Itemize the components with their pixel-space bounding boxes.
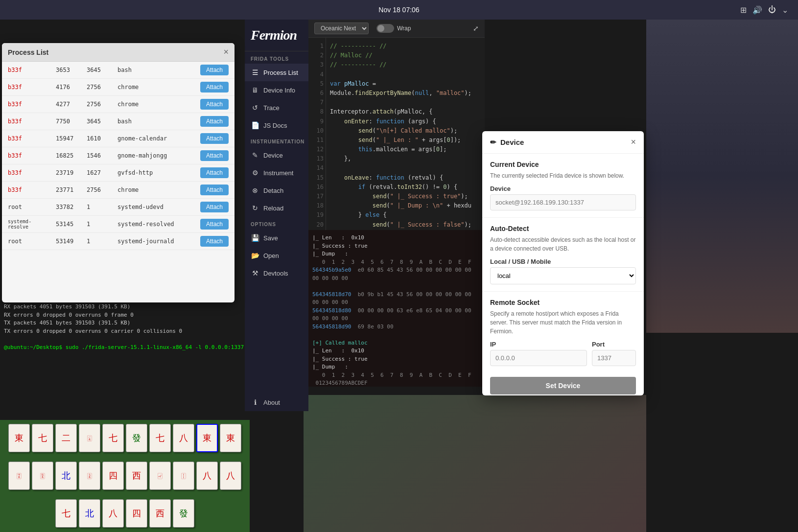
code-line: // Malloc // <box>330 51 481 60</box>
mahjong-tile[interactable]: 發 <box>126 424 147 452</box>
sidebar-item-device[interactable]: ✎ Device <box>245 146 308 164</box>
table-row: b33f 7750 3645 bash Attach <box>2 113 235 130</box>
user-cell: b33f <box>8 118 52 125</box>
mahjong-tile[interactable]: 🀐 <box>149 462 171 490</box>
sidebar-item-save[interactable]: 💾 Save <box>245 229 308 247</box>
ppid-cell: 1 <box>87 221 114 228</box>
panel-close-button[interactable]: × <box>631 137 636 147</box>
mahjong-tile[interactable]: 七 <box>32 424 53 452</box>
attach-button[interactable]: Attach <box>200 116 229 127</box>
sidebar-item-label: Device Info <box>263 87 295 94</box>
pid-cell: 23719 <box>56 169 83 176</box>
chevron-down-icon[interactable]: ⌄ <box>782 5 788 15</box>
port-input[interactable] <box>592 350 636 366</box>
mahjong-tile[interactable]: 四 <box>102 462 124 490</box>
instrumentation-section-label: INSTRUMENTATION <box>245 134 308 146</box>
wrap-toggle-knob[interactable] <box>376 24 394 33</box>
current-device-title: Current Device <box>490 161 636 168</box>
code-line: if (retval.toInt32() != 0) { <box>330 183 481 192</box>
local-usb-select[interactable]: local USB Remote <box>490 267 636 284</box>
attach-button[interactable]: Attach <box>200 150 229 161</box>
attach-button[interactable]: Attach <box>200 167 229 178</box>
code-area[interactable]: // ---------- // // Malloc // // -------… <box>326 38 485 231</box>
process-list-titlebar: Process List × <box>2 43 235 62</box>
sidebar-item-js-docs[interactable]: 📄 JS Docs <box>245 116 308 134</box>
mahjong-tile[interactable]: 北 <box>79 499 100 528</box>
output-area: |_ Len : 0x10 |_ Success : true |_ Dump … <box>308 230 485 387</box>
mahjong-tile[interactable]: 八 <box>220 462 241 490</box>
mahjong-tile[interactable]: 八 <box>173 424 194 452</box>
mahjong-tile[interactable]: 七 <box>149 424 171 452</box>
mahjong-tile[interactable]: 七 <box>55 499 77 528</box>
name-cell: bash <box>117 118 196 125</box>
sidebar-item-about[interactable]: ℹ About <box>245 393 308 411</box>
ppid-cell: 1610 <box>87 135 114 142</box>
attach-button[interactable]: Attach <box>200 65 229 75</box>
sidebar-item-trace[interactable]: ↺ Trace <box>245 99 308 116</box>
mahjong-tile[interactable]: 🀍 <box>79 462 100 490</box>
mahjong-tile[interactable]: 北 <box>55 462 77 490</box>
attach-button[interactable]: Attach <box>200 236 229 247</box>
expand-icon[interactable]: ⤢ <box>473 24 479 32</box>
font-selector[interactable]: Oceanic Next <box>314 23 369 34</box>
ppid-cell: 3645 <box>87 67 114 73</box>
fermion-logo-text: Fermion <box>251 27 303 43</box>
user-cell: b33f <box>8 84 52 91</box>
sidebar-item-devtools[interactable]: ⚒ Devtools <box>245 264 308 282</box>
mahjong-tile[interactable]: 二 <box>55 424 77 452</box>
mahjong-tile[interactable]: 🀋 <box>32 462 53 490</box>
attach-button[interactable]: Attach <box>200 202 229 212</box>
attach-button[interactable]: Attach <box>200 133 229 144</box>
output-line: |_ Dump : <box>312 250 481 258</box>
sidebar-item-process-list[interactable]: ☰ Process List <box>245 64 308 81</box>
mahjong-tile[interactable]: 🀑 <box>173 462 194 490</box>
wrap-toggle: Wrap <box>376 24 411 33</box>
sidebar-item-label: About <box>263 399 280 406</box>
auto-detect-desc: Auto-detect accessible devices such as t… <box>490 235 636 253</box>
auto-detect-title: Auto-Detect <box>490 225 636 232</box>
mahjong-tile[interactable]: 東 <box>196 424 218 452</box>
taskbar-icons: ⊞ 🔊 ⏻ ⌄ <box>740 5 788 15</box>
ip-input[interactable] <box>490 350 587 366</box>
sidebar-item-detach[interactable]: ⊗ Detach <box>245 182 308 199</box>
sidebar-item-device-info[interactable]: 🖥 Device Info <box>245 81 308 99</box>
local-usb-label: Local / USB / Mobile <box>490 258 636 265</box>
code-line: onEnter: function (args) { <box>330 117 481 126</box>
device-input[interactable] <box>490 194 636 210</box>
remote-socket-section: Remote Socket Specify a remote host/port… <box>482 292 644 395</box>
attach-button[interactable]: Attach <box>200 185 229 195</box>
right-background <box>646 20 798 333</box>
current-device-section: Current Device The currently selected Fr… <box>482 154 644 218</box>
set-device-button[interactable]: Set Device <box>490 377 636 394</box>
mahjong-tile[interactable]: 四 <box>126 499 147 528</box>
volume-icon[interactable]: 🔊 <box>752 5 762 15</box>
mahjong-tile[interactable]: 🀊 <box>8 462 30 490</box>
attach-button[interactable]: Attach <box>200 99 229 110</box>
code-editor: Oceanic Next Wrap ⤢ 12345678910111213141… <box>308 20 485 230</box>
attach-button[interactable]: Attach <box>200 219 229 230</box>
mahjong-tile[interactable]: 八 <box>196 462 218 490</box>
terminal-line: TX packets 4051 bytes 391503 (391.5 KB) <box>4 319 246 327</box>
mahjong-tile[interactable]: 東 <box>8 424 30 452</box>
sidebar-item-reload[interactable]: ↻ Reload <box>245 199 308 217</box>
mahjong-tile[interactable]: 西 <box>149 499 171 528</box>
mahjong-tile[interactable]: 七 <box>102 424 124 452</box>
attach-button[interactable]: Attach <box>200 82 229 93</box>
docs-icon: 📄 <box>251 121 259 129</box>
user-cell: root <box>8 238 52 245</box>
network-icon[interactable]: ⊞ <box>740 5 747 15</box>
mahjong-tile[interactable]: 八 <box>102 499 124 528</box>
power-icon[interactable]: ⏻ <box>768 5 776 14</box>
sidebar-item-instrument[interactable]: ⚙ Instrument <box>245 164 308 182</box>
mahjong-tile[interactable]: 🀇 <box>79 424 100 452</box>
sidebar-item-open[interactable]: 📂 Open <box>245 247 308 264</box>
mahjong-tile[interactable]: 東 <box>220 424 241 452</box>
user-cell: root <box>8 204 52 210</box>
mahjong-tile[interactable]: 西 <box>126 462 147 490</box>
mahjong-tile[interactable]: 發 <box>173 499 194 528</box>
process-list-title: Process List <box>8 48 48 56</box>
taskbar-datetime: Nov 18 07:06 <box>378 6 419 14</box>
name-cell: systemd-udevd <box>117 204 196 210</box>
process-list-close-button[interactable]: × <box>223 47 229 57</box>
user-cell: b33f <box>8 135 52 142</box>
